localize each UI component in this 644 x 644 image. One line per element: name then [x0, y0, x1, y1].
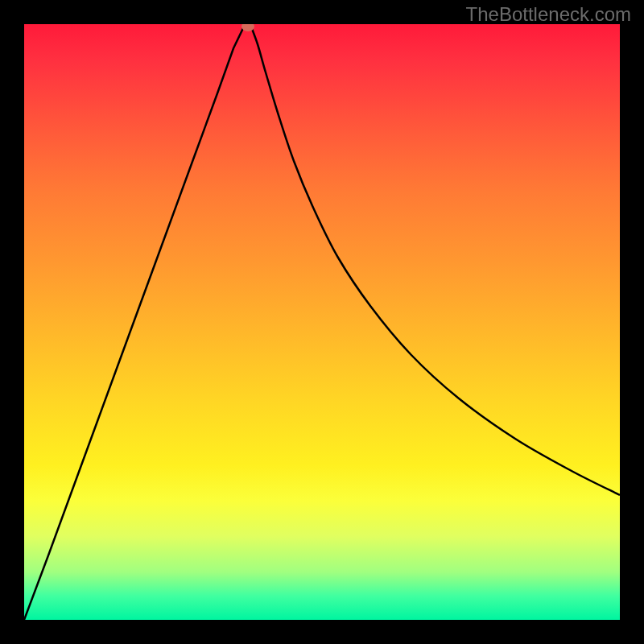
watermark-text: TheBottleneck.com — [466, 3, 631, 26]
chart-container: TheBottleneck.com — [0, 0, 644, 644]
curve-left-branch — [24, 27, 244, 620]
curve-right-branch — [251, 27, 620, 495]
plot-area — [24, 24, 620, 620]
curve-svg — [24, 24, 620, 620]
